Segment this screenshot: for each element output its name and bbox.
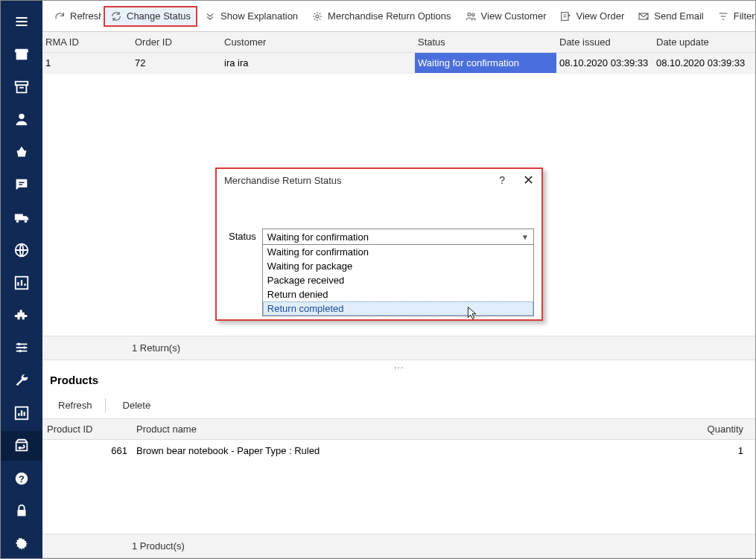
return-options-button[interactable]: Merchandise Return Options [305,6,457,27]
chat-icon [13,176,30,193]
svg-point-2 [25,220,28,223]
gear-icon [311,10,323,22]
returns-footer: 1 Return(s) [42,336,755,360]
status-option-2[interactable]: Package received [263,273,533,287]
sidebar-plugins[interactable] [1,300,42,330]
view-order-button[interactable]: View Order [553,6,631,27]
table-row[interactable]: 1 72 ira ira Waiting for confirmation 08… [42,53,755,74]
filter-icon [717,10,729,22]
svg-point-6 [23,346,26,349]
cell-status: Waiting for confirmation [415,53,556,73]
view-customer-button[interactable]: View Customer [458,6,553,27]
order-icon [559,10,571,22]
sidebar-tools[interactable] [1,365,42,395]
svg-point-1 [16,220,19,223]
dialog-title: Merchandise Return Status [224,175,342,186]
sidebar-basket[interactable] [1,137,42,167]
products-refresh-button[interactable]: Refresh [47,395,99,415]
col-rma-id[interactable]: RMA ID [42,36,132,48]
chevron-down-icon: ▼ [521,233,529,241]
gear-icon [13,535,30,552]
chevrons-down-icon [204,10,216,22]
change-status-icon [110,10,122,22]
show-explanation-label: Show Explanation [220,10,298,22]
sidebar-reports[interactable] [1,398,42,428]
returns-grid-header: RMA ID Order ID Customer Status Date iss… [42,32,755,53]
cursor-icon [467,306,477,321]
svg-point-14 [468,13,471,16]
sidebar-chat[interactable] [1,170,42,199]
sidebar-returns[interactable] [1,431,42,461]
dialog-titlebar: Merchandise Return Status ? ✕ [217,169,541,191]
menu-icon [14,14,29,29]
customers-icon [465,10,477,22]
col-date-update[interactable]: Date update [653,36,750,48]
status-combo[interactable]: Waiting for confirmation ▼ [262,229,534,245]
separator [105,398,106,413]
cell-product-id: 661 [42,445,132,456]
svg-rect-11 [18,510,26,516]
archive-icon [13,79,30,95]
status-option-1[interactable]: Waiting for package [263,259,533,273]
email-icon [638,10,649,22]
table-row[interactable]: 661 Brown bear notebook - Paper Type : R… [42,440,755,461]
col-order-id[interactable]: Order ID [132,36,221,48]
cell-product-name: Brown bear notebook - Paper Type : Ruled [132,445,681,456]
puzzle-icon [13,307,30,323]
svg-rect-16 [562,12,568,20]
col-quantity[interactable]: Quantity [681,424,755,435]
status-option-4[interactable]: Return completed [263,301,533,316]
col-date-issued[interactable]: Date issued [556,36,653,48]
cell-quantity: 1 [681,445,755,456]
status-label: Status [229,229,256,242]
sidebar-user[interactable] [1,104,42,134]
products-toolbar: Refresh Delete [42,392,755,419]
wrench-icon [13,372,30,389]
sidebar-lock[interactable] [1,496,42,526]
help-icon: ? [13,470,30,487]
returns-icon [13,438,30,454]
products-refresh-label: Refresh [58,400,92,411]
status-option-3[interactable]: Return denied [263,287,533,301]
user-icon [13,111,30,127]
refresh-button[interactable]: Refresh [47,6,104,27]
show-explanation-button[interactable]: Show Explanation [197,6,305,27]
hamburger-menu-button[interactable] [1,7,42,36]
sidebar-help[interactable]: ? [1,464,42,493]
barchart-icon [13,275,30,291]
lock-icon [13,502,30,519]
sidebar-store[interactable] [1,39,42,69]
col-product-id[interactable]: Product ID [42,424,132,435]
truck-icon [13,209,30,226]
view-customer-label: View Customer [481,10,547,22]
products-delete-label: Delete [123,400,151,411]
chart2-icon [13,405,30,421]
status-dropdown: Waiting for confirmation Waiting for pac… [262,245,534,316]
main-toolbar: Refresh Change Status Show Explanation M… [42,1,755,32]
sliders-icon [13,339,30,356]
sidebar-stats[interactable] [1,268,42,298]
filter-row-button[interactable]: Filter Row [711,6,756,27]
send-email-label: Send Email [654,10,703,22]
col-product-name[interactable]: Product name [132,424,681,435]
col-customer[interactable]: Customer [221,36,415,48]
sidebar-globe[interactable] [1,235,42,265]
cell-date-issued: 08.10.2020 03:39:33 [556,57,653,68]
splitter[interactable]: ... [42,360,755,368]
sidebar-truck[interactable] [1,202,42,232]
refresh-label: Refresh [70,10,101,22]
status-option-0[interactable]: Waiting for confirmation [263,245,533,259]
dialog-close-button[interactable]: ✕ [523,173,534,187]
globe-icon [13,242,30,258]
products-delete-button[interactable]: Delete [112,395,158,415]
sidebar-sliders[interactable] [1,333,42,362]
change-status-button[interactable]: Change Status [104,6,197,27]
col-status[interactable]: Status [415,36,556,48]
dialog-help-button[interactable]: ? [499,174,505,186]
status-selected: Waiting for confirmation [267,231,369,243]
send-email-button[interactable]: Send Email [631,6,710,27]
products-grid: 661 Brown bear notebook - Paper Type : R… [42,440,755,534]
sidebar-archive[interactable] [1,72,42,102]
sidebar-settings[interactable] [1,528,42,558]
svg-point-13 [316,15,319,18]
